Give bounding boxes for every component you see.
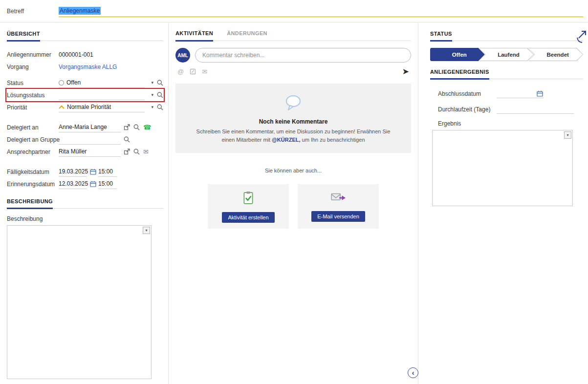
result-title: ANLIEGENERGEBNIS [430,69,489,80]
status-header: STATUS [430,31,583,41]
calendar-icon[interactable] [537,90,543,97]
description-label: Beschreibung [7,215,163,222]
email-icon[interactable]: ✉ [143,149,149,155]
erinnerungsdatum-calendar [90,181,96,187]
durchlaufzeit-label: Durchlaufzeit (Tage) [438,106,497,113]
result-header: ANLIEGENERGEBNIS [430,69,583,79]
note-icon[interactable] [190,68,196,75]
field-row-status: Status Offen ▾ [7,77,163,88]
field-row-durchlaufzeit: Durchlaufzeit (Tage) [438,105,583,114]
anliegennummer-label: Anliegennummer [7,51,59,58]
subject-bar: Betreff Anliegenmaske [0,0,588,22]
dropdown-button[interactable]: ▾ [564,131,571,139]
create-activity-button[interactable]: Aktivität erstellen [222,212,274,223]
prioritaet-value: Normale Priorität [67,104,111,110]
search-icon[interactable] [133,124,140,130]
loesungsstatus-field[interactable] [59,90,145,100]
ergebnis-label: Ergebnis [438,120,583,127]
status-panel: STATUS Offen Laufend Beendet ANLIEGENERG… [424,23,588,384]
field-row-prioritaet: Priorität Normale Priorität ▾ [7,102,163,113]
comment-toolbar: @ ✉ ➤ [175,67,411,76]
no-comments-panel: Noch keine Kommentare Schreiben Sie eine… [175,84,411,153]
status-controls: ▾ [151,80,163,86]
field-row-anliegennummer: Anliegennummer 0000001-001 [7,49,163,60]
collapse-panel-button[interactable]: ‹ [408,367,418,378]
status-step-beendet[interactable]: Beendet [528,48,583,61]
phone-icon[interactable]: ☎ [143,124,151,130]
field-row-delegiert-an-gruppe: Delegiert an Gruppe [7,134,163,145]
also-text: Sie können aber auch... [175,168,411,173]
ergebnis-textarea[interactable]: ▾ [432,130,573,206]
subject-input[interactable]: Anliegenmaske [59,5,583,17]
status-step-laufend[interactable]: Laufend [479,48,534,61]
faelligkeitsdatum-time[interactable]: 15:00 [98,167,117,177]
status-field[interactable]: Offen [59,78,145,88]
description-textarea[interactable]: ▾ [7,225,152,379]
task-check-icon [242,191,255,205]
priority-normal-icon [59,105,65,109]
speech-bubble-icon [284,94,303,111]
expand-corner-icon[interactable] [576,29,588,43]
tab-aenderungen[interactable]: ÄNDERUNGEN [227,31,267,41]
search-icon[interactable] [133,149,140,155]
step-label: Laufend [479,48,534,61]
radio-icon [59,80,64,85]
chevron-down-icon[interactable]: ▾ [151,105,153,109]
status-value: Offen [66,79,81,86]
tab-aktivitaeten[interactable]: AKTIVITÄTEN [175,31,213,42]
field-row-vorgang: Vorgang Vorgangsmaske ALLG [7,61,163,72]
send-icon[interactable]: ➤ [402,67,409,76]
overview-panel: ÜBERSICHT Anliegennummer 0000001-001 Vor… [7,23,163,384]
loesungsstatus-label: Lösungsstatus [7,92,59,99]
chevron-down-icon[interactable]: ▾ [151,93,153,97]
field-row-delegiert-an: Delegiert an Anne-Maria Lange ☎ [7,122,163,133]
prioritaet-controls: ▾ [151,104,163,110]
faelligkeitsdatum-date[interactable]: 19.03.2025 [59,167,87,177]
vorgang-link[interactable]: Vorgangsmaske ALLG [59,62,117,72]
subject-value: Anliegenmaske [59,7,101,15]
delegiert-an-gruppe-field[interactable] [59,134,121,145]
open-record-icon[interactable] [124,149,130,155]
anliegen-detail-page: Betreff Anliegenmaske ÜBERSICHT Anliegen… [0,0,588,384]
mention-icon[interactable]: @ [177,68,184,75]
overview-header: ÜBERSICHT [7,31,163,41]
prioritaet-field[interactable]: Normale Priorität [59,102,145,112]
search-icon[interactable] [157,92,163,98]
dropdown-button[interactable]: ▾ [143,227,150,234]
search-icon[interactable] [157,80,163,86]
field-row-loesungsstatus: Lösungsstatus ▾ [7,89,163,101]
step-label: Offen [430,48,485,61]
chevron-down-icon[interactable]: ▾ [151,81,153,85]
result-fields: Abschlussdatum Durchlaufzeit (Tage) [430,89,583,114]
comment-input[interactable] [195,48,411,63]
ansprechpartner-field[interactable]: Rita Müller [59,147,121,157]
abschlussdatum-label: Abschlussdatum [438,90,497,97]
open-record-icon[interactable] [124,124,130,130]
step-label: Beendet [528,48,583,61]
comment-composer: AML [175,48,411,63]
mail-send-icon [330,191,346,204]
vorgang-label: Vorgang [7,64,59,70]
field-row-erinnerungsdatum: Erinnerungsdatum 12.03.2025 15:00 [7,178,163,190]
calendar-icon[interactable] [90,169,96,175]
delegiert-an-value: Anne-Maria Lange [59,124,107,130]
status-step-offen[interactable]: Offen [430,48,485,61]
delegiert-an-field[interactable]: Anne-Maria Lange [59,122,121,132]
mail-icon[interactable]: ✉ [202,68,207,75]
subject-label: Betreff [7,8,59,15]
search-icon[interactable] [124,136,130,143]
send-email-button[interactable]: E-Mail versenden [311,211,365,222]
search-icon[interactable] [157,104,163,110]
description-header: BESCHREIBUNG [7,198,163,209]
erinnerungsdatum-date[interactable]: 12.03.2025 [59,179,87,189]
avatar: AML [175,48,190,63]
faelligkeitsdatum-label: Fälligkeitsdatum [7,169,59,175]
calendar-icon[interactable] [90,181,96,187]
ansprechpartner-controls: ✉ [124,149,149,155]
abschlussdatum-field[interactable] [497,89,544,98]
overview-fields: Anliegennummer 0000001-001 Vorgang Vorga… [7,49,163,191]
erinnerungsdatum-time[interactable]: 15:00 [98,179,117,189]
durchlaufzeit-field[interactable] [497,105,574,114]
prioritaet-label: Priorität [7,104,59,111]
overview-title: ÜBERSICHT [7,31,40,42]
